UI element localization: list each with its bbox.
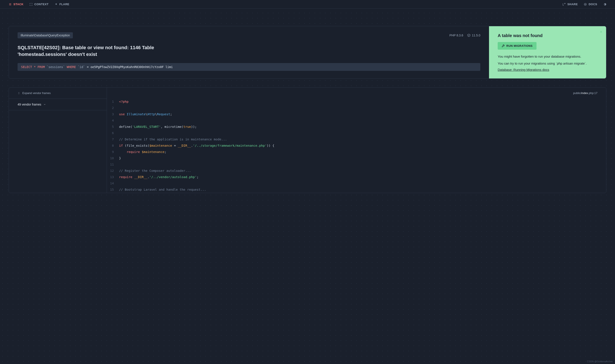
solution-docs-link[interactable]: Database: Running Migrations docs xyxy=(498,68,597,72)
laravel-icon xyxy=(467,34,471,37)
file-path: public/index.php:17 xyxy=(107,88,606,99)
solution-title: A table was not found xyxy=(498,33,597,38)
nav-context-label: CONTEXT xyxy=(34,3,49,6)
watermark: CSDN @GoldenaArcher xyxy=(587,360,613,363)
expand-icon xyxy=(18,92,20,94)
nav-docs-label: DOCS xyxy=(588,3,597,6)
code-panel: public/index.php:17 1<?php 2 3use Illumi… xyxy=(107,88,606,193)
code-block: 1<?php 2 3use Illuminate\Http\Request; 4… xyxy=(107,99,606,193)
wrench-icon xyxy=(502,44,505,47)
expand-vendor-frames[interactable]: Expand vendor frames xyxy=(9,88,107,99)
error-card: Illuminate\Database\QueryException PHP 8… xyxy=(9,26,606,79)
share-icon xyxy=(562,3,566,6)
context-icon xyxy=(29,3,32,6)
exception-name: Illuminate\Database\QueryException xyxy=(18,32,73,38)
svg-point-3 xyxy=(585,4,586,5)
error-title: SQLSTATE[42S02]: Base table or view not … xyxy=(18,44,169,58)
docs-icon xyxy=(584,3,587,6)
nav-stack[interactable]: STACK xyxy=(9,3,23,6)
gear-icon xyxy=(603,3,606,6)
sql-query: SELECT * FROM `sessions` WHERE `id` = oe… xyxy=(18,63,480,71)
close-icon[interactable]: × xyxy=(600,30,602,34)
stack-icon xyxy=(9,3,12,6)
nav-settings[interactable] xyxy=(603,3,606,6)
chevron-down-icon xyxy=(43,103,46,106)
nav-flare[interactable]: FLARE xyxy=(55,3,69,6)
svg-point-4 xyxy=(584,3,587,5)
run-migrations-button[interactable]: RUN MIGRATIONS xyxy=(498,42,536,50)
solution-panel: × A table was not found RUN MIGRATIONS Y… xyxy=(489,26,606,78)
frames-panel: Expand vendor frames 49 vendor frames xyxy=(9,88,107,193)
nav-share[interactable]: SHARE xyxy=(562,3,578,6)
flare-icon xyxy=(55,3,58,6)
nav-docs[interactable]: DOCS xyxy=(584,3,597,6)
stack-trace-card: Expand vendor frames 49 vendor frames pu… xyxy=(9,87,606,193)
solution-text-1: You might have forgotten to run your dat… xyxy=(498,54,597,59)
solution-text-2: You can try to run your migrations using… xyxy=(498,61,597,66)
nav-flare-label: FLARE xyxy=(59,3,69,6)
nav-context[interactable]: CONTEXT xyxy=(29,3,49,6)
nav-stack-label: STACK xyxy=(14,3,23,6)
version-info: PHP 8.3.6 11.5.0 xyxy=(449,34,480,37)
nav-share-label: SHARE xyxy=(567,3,578,6)
vendor-frames-toggle[interactable]: 49 vendor frames xyxy=(9,99,107,110)
